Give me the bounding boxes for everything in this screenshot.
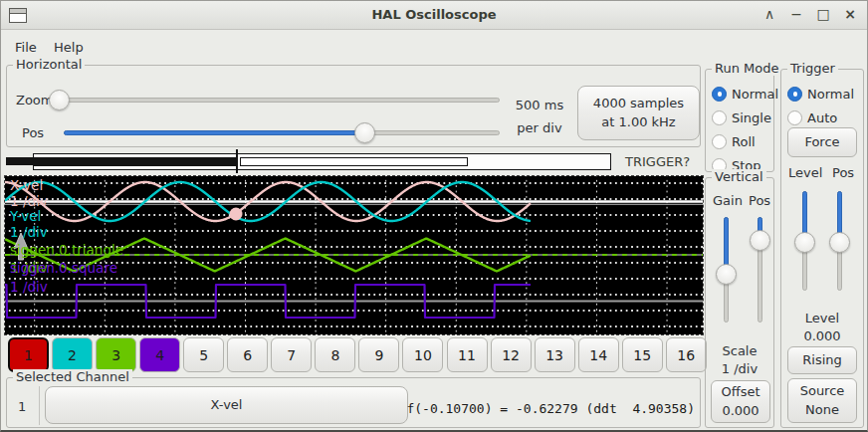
record-bar-head [6, 157, 33, 165]
zoom-label: Zoom [16, 93, 53, 108]
vertical-gain-label: Gain [713, 193, 743, 208]
channel-button-9[interactable]: 9 [358, 337, 399, 372]
vertical-offset-button[interactable]: Offset 0.000 [711, 380, 770, 423]
trigger-level-slider[interactable] [794, 191, 816, 291]
trigger-level-column-label: Level [788, 165, 822, 180]
trigger-group-label: Trigger [787, 61, 838, 76]
channel-button-10[interactable]: 10 [402, 337, 443, 372]
radio-icon[interactable] [787, 87, 802, 102]
window-title: HAL Oscilloscope [1, 7, 867, 22]
vertical-group-label: Vertical [712, 169, 766, 184]
scope-frame: X-vel 1 /div Y-vel 1 /div siggen.0.trian… [4, 175, 704, 335]
scope-display[interactable]: X-vel 1 /div Y-vel 1 /div siggen.0.trian… [5, 176, 703, 334]
channel-name-button[interactable]: X-vel [45, 386, 408, 424]
menubar: File Help [1, 31, 867, 59]
run-mode-group-label: Run Mode [712, 61, 781, 76]
horizontal-pos-slider[interactable] [64, 122, 500, 144]
hal-oscilloscope-window: HAL Oscilloscope ∧ − □ × File Help Horiz… [0, 0, 868, 432]
selected-channel-number: 1 [18, 399, 26, 414]
trigger-level-readout-label: Level [781, 311, 863, 325]
channel-button-4[interactable]: 4 [139, 337, 180, 372]
channel1-scale-label: 1 /div [10, 193, 48, 209]
trigger-level-readout-value: 0.000 [781, 328, 863, 343]
run-mode-group: Run Mode Normal Single Roll Stop [705, 69, 774, 172]
selected-channel-group: Selected Channel 1 X-vel f(-0.10700) = -… [6, 377, 701, 428]
vertical-pos-slider[interactable] [750, 217, 771, 323]
horizontal-zoom-slider[interactable] [57, 90, 500, 111]
radio-icon[interactable] [712, 110, 727, 125]
channel-button-2[interactable]: 2 [52, 337, 93, 372]
pos-slider-handle[interactable] [354, 122, 375, 143]
radio-icon[interactable] [787, 110, 802, 125]
close-icon[interactable]: × [843, 6, 857, 22]
run-mode-roll[interactable]: Roll [712, 131, 756, 151]
channel-button-5[interactable]: 5 [183, 337, 224, 372]
vertical-scale-value: 1 /div [706, 361, 773, 376]
channel-button-11[interactable]: 11 [447, 337, 488, 372]
channel-button-1[interactable]: 1 [8, 337, 49, 372]
channel-button-12[interactable]: 12 [491, 337, 532, 372]
zoom-slider-handle[interactable] [49, 90, 70, 110]
per-div-readout: 500 ms per div [508, 94, 571, 139]
pos-label: Pos [22, 125, 44, 140]
force-button[interactable]: Force [787, 127, 857, 157]
channel-button-15[interactable]: 15 [622, 337, 663, 372]
run-mode-single[interactable]: Single [712, 108, 771, 127]
channel-button-16[interactable]: 16 [666, 337, 707, 372]
vertical-scale-label: Scale [706, 343, 773, 358]
trigger-group: Trigger Normal Auto Force Level Pos Leve… [780, 69, 864, 428]
channel2-scale-label: 1 /div [10, 224, 48, 240]
vertical-group: Vertical Gain Pos Scale 1 /div Offset 0.… [705, 177, 774, 428]
menu-help[interactable]: Help [50, 38, 88, 57]
radio-icon[interactable] [712, 87, 727, 102]
channel-button-3[interactable]: 3 [96, 337, 136, 372]
trigger-edge-button[interactable]: Rising [787, 346, 857, 374]
channel4-name-label: siggen.0.square [10, 260, 117, 276]
record-bar-fill [34, 157, 236, 166]
samples-button[interactable]: 4000 samples at 1.00 kHz [577, 86, 700, 140]
channel1-name-label: X-vel [10, 177, 43, 193]
vertical-pos-label: Pos [749, 193, 770, 208]
channel4-scale-label: 1 /div [10, 279, 48, 295]
separator [39, 386, 40, 425]
titlebar: HAL Oscilloscope ∧ − □ × [1, 1, 867, 30]
trigger-auto[interactable]: Auto [787, 108, 837, 127]
channel-button-6[interactable]: 6 [227, 337, 268, 372]
horizontal-group: Horizontal Zoom Pos 500 ms per div 4000 … [6, 65, 701, 147]
horizontal-group-label: Horizontal [13, 57, 85, 72]
channel-value-readout: f(-0.10700) = -0.62279 (ddt 4.90358) [406, 401, 695, 416]
channel-button-7[interactable]: 7 [271, 337, 312, 372]
trigger-source-button[interactable]: Source None [787, 378, 857, 423]
trigger-level-handle[interactable] [794, 232, 815, 253]
trigger-position-marker[interactable] [236, 149, 238, 173]
menu-file[interactable]: File [11, 38, 41, 57]
vertical-gain-slider[interactable] [716, 217, 738, 323]
vertical-pos-handle[interactable] [750, 230, 770, 251]
trigger-status: TRIGGER? [625, 154, 690, 169]
channel-button-row: 12345678910111213141516 [1, 337, 708, 373]
minimize-icon[interactable]: − [789, 6, 803, 22]
run-mode-normal[interactable]: Normal [712, 84, 778, 104]
channel2-name-label: Y-vel [10, 208, 41, 224]
trigger-pos-handle[interactable] [829, 232, 850, 253]
channel-button-8[interactable]: 8 [315, 337, 355, 372]
vertical-gain-handle[interactable] [716, 264, 737, 285]
radio-icon[interactable] [712, 134, 727, 149]
channel-button-13[interactable]: 13 [535, 337, 575, 372]
trigger-normal[interactable]: Normal [787, 84, 854, 104]
selected-channel-group-label: Selected Channel [13, 369, 132, 384]
trigger-pos-slider[interactable] [829, 191, 851, 291]
shade-icon[interactable]: ∧ [762, 6, 776, 22]
channel3-name-label: siggen.0.triangle [10, 242, 123, 258]
channel-button-14[interactable]: 14 [578, 337, 619, 372]
maximize-icon[interactable]: □ [816, 6, 830, 22]
record-view-window[interactable] [240, 157, 468, 166]
trigger-pos-column-label: Pos [832, 165, 854, 180]
